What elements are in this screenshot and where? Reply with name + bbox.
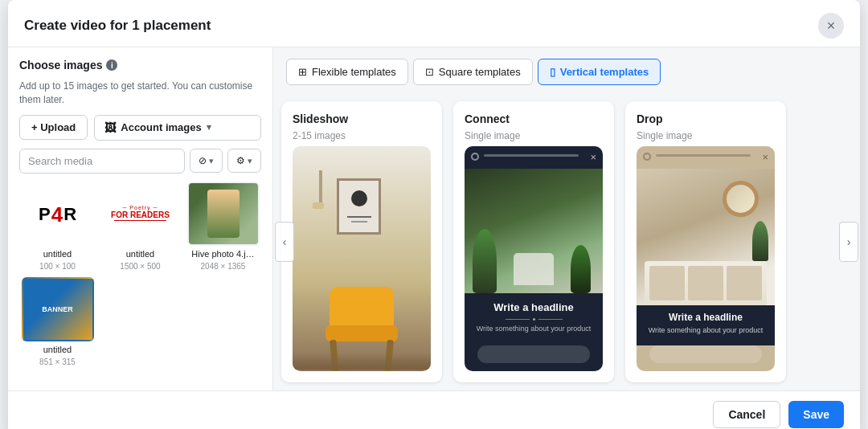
action-row: + Upload 🖼 Account images ▾ bbox=[19, 115, 261, 141]
tab-flexible-templates[interactable]: ⊞ Flexible templates bbox=[286, 59, 408, 85]
connect-close-icon: × bbox=[590, 151, 596, 163]
media-item-label: untitled bbox=[43, 249, 72, 259]
square-tab-label: Square templates bbox=[439, 66, 521, 78]
left-panel: Choose images i Add up to 15 images to g… bbox=[8, 47, 273, 390]
connect-text-area: Write a headline Write something about y… bbox=[465, 293, 603, 345]
slideshow-bg bbox=[293, 146, 431, 371]
media-thumbnail bbox=[187, 182, 260, 246]
connect-subtitle: Single image bbox=[465, 130, 603, 141]
dialog-footer: Cancel Save bbox=[8, 390, 860, 429]
connect-dot-line bbox=[473, 318, 595, 321]
drop-preview: × bbox=[637, 146, 775, 371]
phone-top-line bbox=[484, 154, 579, 157]
poetry-logo: ─ Poetry ─ FOR READERS bbox=[108, 202, 173, 226]
svg-rect-1 bbox=[326, 325, 398, 341]
create-video-dialog: Create video for 1 placement × Choose im… bbox=[8, 0, 860, 429]
search-input[interactable] bbox=[19, 149, 185, 174]
media-item-label: untitled bbox=[43, 345, 72, 354]
square-tab-icon: ⊡ bbox=[425, 66, 434, 78]
tab-square-templates[interactable]: ⊡ Square templates bbox=[413, 59, 533, 85]
filter-chevron-2: ▾ bbox=[248, 156, 252, 166]
dialog-title: Create video for 1 placement bbox=[24, 18, 211, 34]
drop-title: Drop bbox=[637, 112, 775, 125]
media-grid: P4R untitled 100 × 100 ─ Poetry ─ FOR RE… bbox=[19, 182, 261, 374]
account-images-button[interactable]: 🖼 Account images ▾ bbox=[94, 115, 261, 141]
chevron-down-icon: ▾ bbox=[207, 122, 211, 133]
media-item-size: 851 × 315 bbox=[39, 358, 76, 366]
vertical-tab-label: Vertical templates bbox=[560, 66, 649, 78]
media-thumbnail: P4R bbox=[22, 182, 94, 246]
filter-button-1[interactable]: ⊘ ▾ bbox=[190, 149, 223, 173]
plant-shape-1 bbox=[473, 229, 497, 293]
plant-shape-2 bbox=[571, 245, 591, 293]
close-button[interactable]: × bbox=[818, 13, 844, 39]
filter-button-2[interactable]: ⚙ ▾ bbox=[227, 149, 261, 173]
drop-phone-indicator bbox=[643, 153, 651, 161]
list-item[interactable]: Hive photo 4.j… 2048 × 1365 bbox=[185, 182, 261, 271]
drop-phone-top-line bbox=[656, 154, 751, 157]
connect-chair-shape bbox=[514, 253, 554, 285]
media-item-size: 100 × 100 bbox=[39, 262, 76, 271]
slideshow-subtitle: 2-15 images bbox=[293, 130, 431, 141]
drop-cta-bar bbox=[649, 345, 762, 363]
banner-text: BANNER bbox=[39, 302, 76, 317]
drop-text-area: Write a headline Write something about y… bbox=[637, 305, 775, 345]
templates-tabs: ⊞ Flexible templates ⊡ Square templates … bbox=[273, 47, 860, 93]
drop-image-area bbox=[637, 169, 775, 305]
vertical-tab-icon: ▯ bbox=[550, 66, 555, 78]
connect-preview: × Write a bbox=[465, 146, 603, 371]
sliders-icon: ⚙ bbox=[236, 155, 245, 166]
media-item-size: 2048 × 1365 bbox=[201, 262, 246, 271]
hive-thumbnail-bg bbox=[189, 183, 258, 244]
media-item-label: untitled bbox=[126, 249, 154, 259]
choose-images-title: Choose images i bbox=[19, 59, 261, 72]
media-item-size: 1500 × 500 bbox=[120, 262, 160, 271]
slideshow-title: Slideshow bbox=[293, 112, 431, 125]
template-card-connect[interactable]: Connect Single image × bbox=[453, 101, 614, 382]
tab-vertical-templates[interactable]: ▯ Vertical templates bbox=[538, 59, 661, 85]
hive-person-shape bbox=[207, 190, 240, 238]
drawer bbox=[727, 266, 762, 300]
scroll-right-arrow[interactable]: › bbox=[839, 222, 858, 262]
account-images-label: Account images bbox=[121, 121, 201, 133]
right-panel: ⊞ Flexible templates ⊡ Square templates … bbox=[273, 47, 860, 390]
drop-headline: Write a headline bbox=[645, 312, 767, 323]
media-thumbnail: ─ Poetry ─ FOR READERS bbox=[104, 182, 177, 246]
drop-subtitle: Single image bbox=[637, 130, 775, 141]
drop-subtext: Write something about your product bbox=[645, 326, 767, 334]
template-card-slideshow[interactable]: Slideshow 2-15 images × bbox=[281, 101, 442, 382]
connect-image-area bbox=[465, 169, 603, 293]
template-card-drop[interactable]: Drop Single image × bbox=[625, 101, 786, 382]
drop-close-icon: × bbox=[762, 151, 768, 163]
account-images-icon: 🖼 bbox=[104, 121, 116, 134]
dresser-drawers bbox=[645, 261, 767, 305]
media-thumbnail: BANNER bbox=[22, 277, 94, 341]
drop-plant bbox=[752, 221, 768, 261]
phone-indicator bbox=[471, 153, 479, 161]
dialog-header: Create video for 1 placement × bbox=[8, 0, 860, 47]
connect-cta-bar bbox=[477, 345, 590, 363]
cancel-button[interactable]: Cancel bbox=[713, 401, 780, 428]
upload-button[interactable]: + Upload bbox=[19, 115, 88, 140]
list-item[interactable]: BANNER untitled 851 × 315 bbox=[19, 277, 96, 366]
media-item-label: Hive photo 4.j… bbox=[191, 249, 254, 259]
filter-circle-icon: ⊘ bbox=[199, 155, 207, 166]
list-item[interactable]: ─ Poetry ─ FOR READERS untitled 1500 × 5… bbox=[102, 182, 178, 271]
search-row: ⊘ ▾ ⚙ ▾ bbox=[19, 149, 261, 174]
dialog-body: Choose images i Add up to 15 images to g… bbox=[8, 47, 860, 390]
search-input-wrap bbox=[19, 149, 185, 174]
floor-line bbox=[293, 353, 431, 370]
description-text: Add up to 15 images to get started. You … bbox=[19, 80, 261, 107]
save-button[interactable]: Save bbox=[788, 401, 844, 428]
dresser-shape bbox=[645, 261, 767, 305]
filter-chevron-1: ▾ bbox=[209, 156, 214, 166]
scroll-left-arrow[interactable]: ‹ bbox=[275, 222, 294, 262]
connect-headline: Write a headline bbox=[473, 301, 595, 313]
line bbox=[506, 319, 530, 320]
drawer bbox=[649, 266, 685, 300]
info-icon[interactable]: i bbox=[106, 59, 117, 71]
slideshow-preview: × bbox=[293, 146, 431, 371]
connect-subtext: Write something about your product bbox=[473, 325, 595, 333]
lamp-decoration bbox=[317, 170, 324, 209]
list-item[interactable]: P4R untitled 100 × 100 bbox=[19, 182, 96, 271]
